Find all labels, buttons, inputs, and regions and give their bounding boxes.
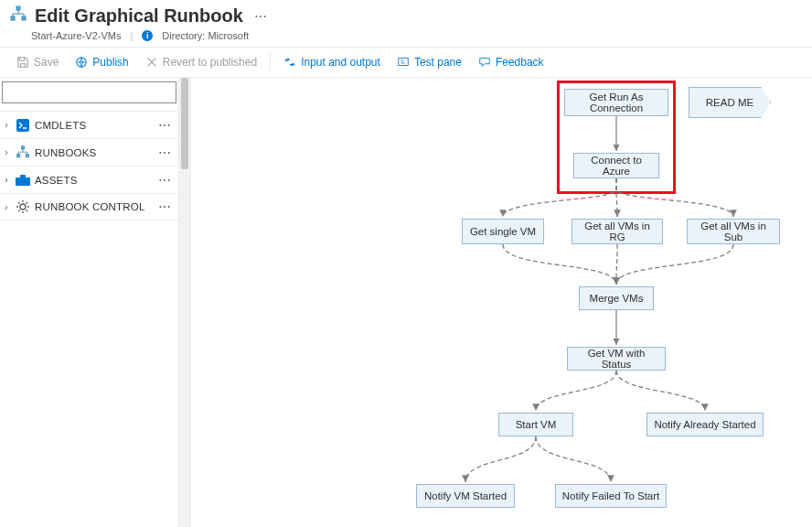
node-vms-rg[interactable]: Get all VMs in RG — [572, 219, 663, 244]
test-pane-button[interactable]: Test pane — [390, 52, 469, 72]
runbooks-icon — [15, 145, 31, 161]
chevron-right-icon: › — [2, 175, 11, 185]
directory-label: Directory: Microsoft — [162, 30, 249, 41]
more-icon[interactable]: ⋯ — [251, 9, 267, 24]
chevron-right-icon: › — [2, 120, 11, 130]
svg-rect-6 — [21, 145, 24, 148]
more-icon[interactable]: ⋯ — [158, 118, 175, 133]
runbook-icon — [9, 5, 27, 27]
more-icon[interactable]: ⋯ — [158, 173, 175, 188]
library-row-runbook-control[interactable]: ›RUNBOOK CONTROL⋯ — [0, 193, 178, 220]
svg-rect-4 — [399, 59, 409, 66]
node-vms-sub[interactable]: Get all VMs in Sub — [687, 219, 780, 244]
library-panel: ›CMDLETS⋯›RUNBOOKS⋯›ASSETS⋯›RUNBOOK CONT… — [0, 78, 179, 527]
command-bar: Save Publish Revert to published Input a… — [0, 47, 812, 78]
svg-rect-1 — [11, 16, 15, 20]
node-failed[interactable]: Notify Failed To Start — [555, 484, 667, 508]
revert-button: Revert to published — [138, 52, 264, 72]
node-already[interactable]: Notify Already Started — [646, 413, 764, 436]
node-started[interactable]: Notify VM Started — [416, 484, 515, 508]
input-output-button[interactable]: Input and output — [276, 52, 388, 72]
design-canvas[interactable]: Get Run As Connection READ ME Connect to… — [191, 78, 812, 527]
node-connect[interactable]: Connect to Azure — [573, 153, 659, 178]
library-label: CMDLETS — [35, 120, 86, 131]
library-row-runbooks[interactable]: ›RUNBOOKS⋯ — [0, 138, 178, 166]
svg-rect-0 — [16, 6, 20, 10]
more-icon[interactable]: ⋯ — [158, 199, 175, 214]
svg-rect-5 — [16, 119, 29, 132]
library-label: RUNBOOK CONTROL — [35, 201, 145, 212]
chevron-right-icon: › — [2, 202, 11, 212]
svg-rect-10 — [20, 175, 26, 177]
chevron-right-icon: › — [2, 147, 11, 157]
assets-icon — [15, 172, 31, 188]
save-button: Save — [9, 52, 66, 72]
cmdlets-icon — [15, 117, 31, 134]
more-icon[interactable]: ⋯ — [158, 145, 175, 160]
gear-icon — [15, 199, 31, 215]
node-status[interactable]: Get VM with Status — [567, 347, 666, 371]
search-input[interactable] — [2, 81, 176, 103]
page-title: Edit Graphical Runbook — [35, 5, 243, 27]
library-row-cmdlets[interactable]: ›CMDLETS⋯ — [0, 111, 178, 138]
node-start[interactable]: Start VM — [498, 413, 573, 436]
library-label: RUNBOOKS — [35, 147, 96, 158]
svg-rect-9 — [16, 177, 30, 186]
library-search[interactable] — [2, 81, 176, 103]
node-merge[interactable]: Merge VMs — [579, 286, 654, 310]
page-header: Edit Graphical Runbook ⋯ — [0, 0, 812, 30]
node-get-conn[interactable]: Get Run As Connection — [564, 89, 668, 116]
info-icon: i — [142, 30, 153, 41]
svg-rect-2 — [22, 16, 26, 20]
svg-rect-8 — [26, 154, 28, 156]
svg-rect-7 — [17, 154, 20, 156]
publish-button[interactable]: Publish — [68, 52, 135, 72]
runbook-name-link[interactable]: Start-Azure-V2-VMs — [31, 30, 121, 41]
svg-point-11 — [20, 204, 26, 210]
breadcrumb: Start-Azure-V2-VMs | i Directory: Micros… — [0, 30, 812, 47]
library-label: ASSETS — [35, 175, 78, 186]
library-scrollbar[interactable] — [179, 78, 191, 527]
node-readme[interactable]: READ ME — [689, 87, 771, 118]
node-single-vm[interactable]: Get single VM — [462, 219, 544, 244]
feedback-button[interactable]: Feedback — [471, 52, 551, 72]
library-row-assets[interactable]: ›ASSETS⋯ — [0, 166, 178, 193]
